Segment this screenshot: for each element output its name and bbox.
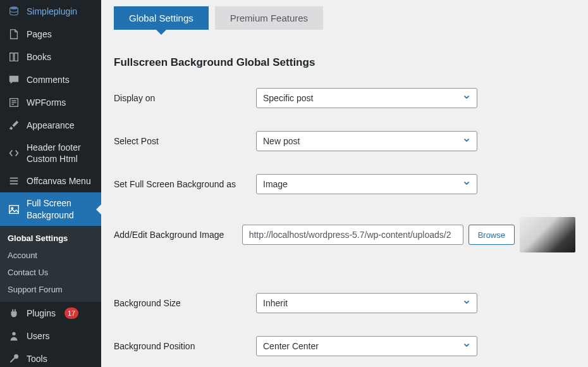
sidebar-item-fullscreen-bg[interactable]: Full Screen Background bbox=[0, 192, 101, 225]
tab-premium-features[interactable]: Premium Features bbox=[215, 6, 323, 30]
image-icon bbox=[8, 203, 20, 216]
select-display-on[interactable]: Specific post bbox=[256, 88, 477, 108]
sidebar-item-plugins[interactable]: Plugins 17 bbox=[0, 302, 101, 325]
bg-image-thumbnail bbox=[520, 217, 575, 252]
sidebar-item-simpleplugin[interactable]: Simpleplugin bbox=[0, 0, 101, 23]
user-icon bbox=[8, 330, 20, 342]
label-bg-image: Add/Edit Background Image bbox=[114, 230, 242, 240]
sidebar-item-books[interactable]: Books bbox=[0, 46, 101, 68]
svg-point-10 bbox=[12, 332, 15, 335]
row-bg-size: Background Size Inherit bbox=[114, 282, 575, 325]
row-select-post: Select Post New post bbox=[114, 120, 575, 163]
menu-label: Offcanvas Menu bbox=[27, 175, 91, 187]
sidebar-item-offcanvas[interactable]: Offcanvas Menu bbox=[0, 170, 101, 192]
book-icon bbox=[8, 51, 20, 63]
menu-label: Simpleplugin bbox=[27, 6, 77, 17]
sidebar-item-appearance[interactable]: Appearance bbox=[0, 114, 101, 137]
label-display-on: Display on bbox=[114, 93, 256, 103]
label-bg-as: Set Full Screen Background as bbox=[114, 179, 256, 189]
section-title: Fullscreen Background Global Settings bbox=[114, 56, 575, 69]
svg-rect-8 bbox=[9, 205, 18, 213]
comment-icon bbox=[8, 73, 20, 86]
label-select-post: Select Post bbox=[114, 136, 256, 146]
menu-icon bbox=[8, 175, 20, 187]
menu-label: Pages bbox=[27, 28, 52, 40]
sidebar-item-comments[interactable]: Comments bbox=[0, 68, 101, 91]
label-bg-size: Background Size bbox=[114, 298, 256, 308]
database-icon bbox=[8, 5, 20, 18]
select-bg-as[interactable]: Image bbox=[256, 174, 477, 194]
menu-label: Plugins bbox=[27, 308, 56, 319]
menu-label: Comments bbox=[27, 74, 70, 85]
main-content: Global Settings Premium Features Fullscr… bbox=[101, 0, 588, 367]
submenu-item-global-settings[interactable]: Global Settings bbox=[0, 230, 101, 247]
row-bg-position: Background Position Center Center bbox=[114, 325, 575, 367]
submenu-item-support[interactable]: Support Forum bbox=[0, 281, 101, 298]
input-bg-image-url[interactable] bbox=[242, 225, 463, 245]
sidebar-item-wpforms[interactable]: WPForms bbox=[0, 91, 101, 114]
menu-label: Appearance bbox=[27, 120, 75, 131]
wrench-icon bbox=[8, 352, 20, 365]
menu-label: Full Screen Background bbox=[27, 197, 96, 220]
menu-label: Tools bbox=[27, 353, 47, 364]
sidebar-item-header-footer[interactable]: Header footer Custom Html bbox=[0, 137, 101, 170]
page-icon bbox=[8, 28, 20, 40]
plug-icon bbox=[8, 307, 20, 320]
select-bg-size[interactable]: Inherit bbox=[256, 293, 477, 313]
submenu: Global Settings Account Contact Us Suppo… bbox=[0, 226, 101, 302]
tab-global-settings[interactable]: Global Settings bbox=[114, 6, 209, 30]
submenu-item-account[interactable]: Account bbox=[0, 247, 101, 264]
brush-icon bbox=[8, 119, 20, 132]
menu-label: Header footer Custom Html bbox=[27, 142, 96, 165]
submenu-item-contact[interactable]: Contact Us bbox=[0, 264, 101, 281]
sidebar-item-tools[interactable]: Tools bbox=[0, 347, 101, 367]
select-post[interactable]: New post bbox=[256, 131, 477, 151]
svg-point-0 bbox=[10, 6, 18, 9]
menu-label: Users bbox=[27, 330, 50, 342]
label-bg-position: Background Position bbox=[114, 341, 256, 351]
admin-sidebar: Simpleplugin Pages Books Comments WPForm… bbox=[0, 0, 101, 367]
browse-button[interactable]: Browse bbox=[469, 225, 515, 245]
row-bg-image: Add/Edit Background Image Browse bbox=[114, 206, 575, 264]
menu-label: WPForms bbox=[27, 97, 66, 108]
update-badge: 17 bbox=[64, 308, 78, 319]
tabs: Global Settings Premium Features bbox=[114, 6, 575, 30]
sidebar-item-pages[interactable]: Pages bbox=[0, 23, 101, 46]
select-bg-position[interactable]: Center Center bbox=[256, 336, 477, 356]
row-display-on: Display on Specific post bbox=[114, 77, 575, 120]
sidebar-item-users[interactable]: Users bbox=[0, 325, 101, 347]
code-icon bbox=[8, 147, 20, 159]
form-icon bbox=[8, 96, 20, 109]
row-bg-as: Set Full Screen Background as Image bbox=[114, 163, 575, 206]
menu-label: Books bbox=[27, 51, 51, 63]
